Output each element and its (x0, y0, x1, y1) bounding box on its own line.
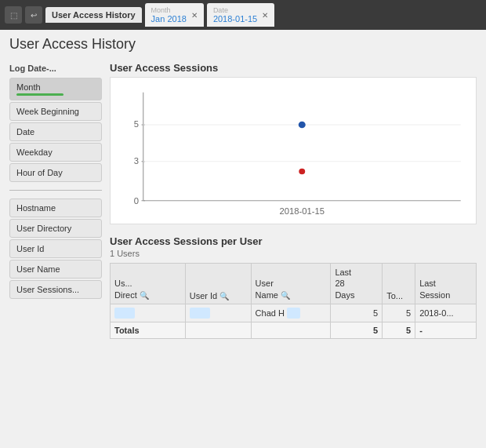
sidebar-item-user-name[interactable]: User Name (9, 260, 102, 279)
date-tab-label: Date (213, 6, 257, 14)
sidebar-user-sessions-label: User Sessions... (16, 285, 79, 294)
td-last-28-days: 5 (331, 304, 383, 322)
sidebar-item-user-id[interactable]: User Id (9, 239, 102, 258)
th-user-id: User Id 🔍 (185, 264, 251, 304)
chart-svg: 0 3 5 (117, 84, 470, 217)
log-date-label: Log Date-... (9, 64, 102, 73)
user-count: 1 Users (110, 249, 477, 258)
data-point-red (299, 169, 305, 174)
sidebar-user-directory-label: User Directory (16, 224, 71, 233)
sidebar-item-user-directory[interactable]: User Directory (9, 219, 102, 238)
sidebar-item-hour-of-day[interactable]: Hour of Day (9, 163, 102, 182)
top-bar: ⬚ ↩ User Access History Month Jan 2018 ✕… (0, 0, 486, 30)
svg-text:0: 0 (134, 196, 139, 206)
sidebar: Log Date-... Month Week Beginning Date W… (9, 62, 102, 339)
sidebar-item-weekday[interactable]: Weekday (9, 143, 102, 162)
svg-text:5: 5 (134, 120, 139, 129)
td-totals-l28: 5 (331, 322, 383, 338)
sessions-per-user-title: User Access Sessions per User (110, 235, 477, 247)
th-last-28-days: Last28Days (331, 264, 383, 304)
sidebar-user-name-label: User Name (16, 264, 60, 274)
active-panel-tab[interactable]: User Access History (45, 7, 142, 23)
table-totals-row: Totals 5 5 - (111, 322, 477, 338)
month-tab-value: Jan 2018 (151, 14, 187, 24)
td-to: 5 (383, 304, 415, 322)
chart-area: 0 3 5 (117, 84, 470, 217)
date-tab-close[interactable]: ✕ (262, 11, 268, 20)
sidebar-hour-label: Hour of Day (16, 168, 63, 177)
sidebar-item-date[interactable]: Date (9, 122, 102, 141)
sidebar-item-week-beginning[interactable]: Week Beginning (9, 102, 102, 121)
th-us-dir-label: Us...Direct (114, 279, 137, 299)
toolbar-icons: ⬚ ↩ (5, 6, 42, 24)
sidebar-user-id-label: User Id (16, 244, 44, 253)
td-totals-uid (185, 322, 251, 338)
td-totals-label: Totals (111, 322, 186, 338)
sidebar-date-label: Date (16, 127, 34, 137)
sidebar-item-user-sessions[interactable]: User Sessions... (9, 280, 102, 299)
th-to: To... (383, 264, 415, 304)
th-last-28-label: Last28Days (335, 268, 354, 300)
cell-user-name-value: Chad H (256, 308, 285, 318)
sidebar-weekday-label: Weekday (16, 148, 53, 157)
td-totals-ls: - (415, 322, 477, 338)
main-content: User Access Sessions 0 3 5 (110, 62, 477, 339)
th-user-id-label: User Id (190, 291, 217, 300)
date-tab-value: 2018-01-15 (213, 14, 257, 24)
table-row: Chad H 5 5 2018-0... (111, 304, 477, 322)
th-user-name-label: UserName (256, 279, 278, 299)
month-bar-indicator (16, 93, 63, 96)
date-tab[interactable]: Date 2018-01-15 ✕ (207, 3, 274, 27)
td-user-name: Chad H (251, 304, 331, 322)
search-icon-uname[interactable]: 🔍 (281, 291, 290, 300)
cell-user-name-suffix (287, 308, 300, 319)
th-user-name: UserName 🔍 (251, 264, 331, 304)
active-panel-label: User Access History (52, 10, 136, 20)
sidebar-week-label: Week Beginning (16, 107, 79, 116)
sessions-table: Us...Direct 🔍 User Id 🔍 UserName 🔍 (110, 263, 477, 339)
page-title: User Access History (9, 36, 477, 53)
month-tab-label: Month (151, 6, 187, 14)
svg-text:2018-01-15: 2018-01-15 (279, 206, 325, 216)
search-icon-uid[interactable]: 🔍 (219, 292, 229, 300)
expand-icon[interactable]: ⬚ (5, 6, 22, 24)
sidebar-item-hostname[interactable]: Hostname (9, 199, 102, 217)
page-content: User Access History Log Date-... Month W… (0, 30, 486, 345)
td-totals-to: 5 (383, 322, 415, 338)
cell-user-id-value (190, 308, 210, 319)
table-header-row: Us...Direct 🔍 User Id 🔍 UserName 🔍 (111, 264, 477, 304)
search-icon-dir[interactable]: 🔍 (140, 291, 149, 300)
chart-container: 0 3 5 (110, 77, 477, 224)
back-icon[interactable]: ↩ (25, 6, 42, 24)
td-totals-uname (251, 322, 331, 338)
th-last-session-label: LastSession (419, 279, 450, 299)
svg-text:3: 3 (134, 156, 139, 166)
sidebar-month-label: Month (16, 82, 41, 92)
chart-title: User Access Sessions (110, 62, 477, 74)
td-last-session: 2018-0... (415, 304, 477, 322)
th-to-label: To... (386, 291, 403, 300)
data-point-blue (299, 122, 306, 129)
th-us-directory: Us...Direct 🔍 (111, 264, 186, 304)
td-us-directory (111, 304, 186, 322)
month-tab[interactable]: Month Jan 2018 ✕ (145, 3, 204, 27)
sidebar-item-month[interactable]: Month (9, 78, 102, 100)
cell-us-directory-value (114, 308, 135, 319)
sidebar-divider (9, 190, 102, 191)
td-user-id (185, 304, 251, 322)
month-tab-close[interactable]: ✕ (191, 11, 198, 20)
sidebar-hostname-label: Hostname (16, 203, 56, 213)
main-layout: Log Date-... Month Week Beginning Date W… (9, 62, 477, 339)
th-last-session: LastSession (415, 264, 477, 304)
